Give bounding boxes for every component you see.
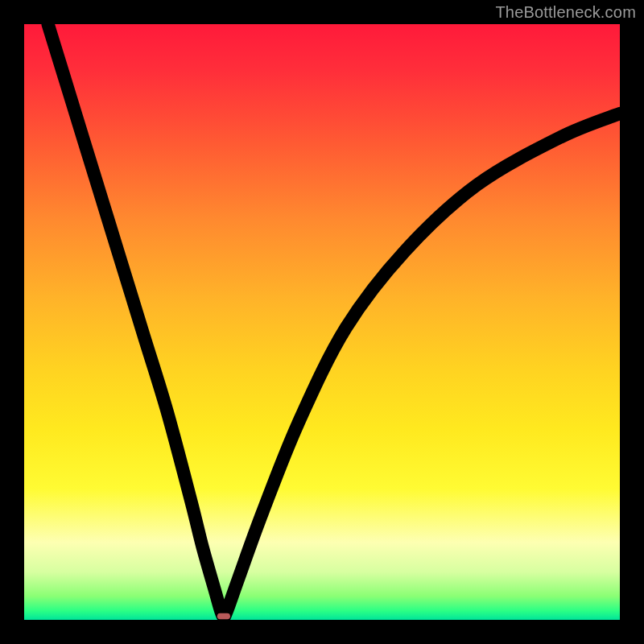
plot-area [24,24,620,620]
watermark-text: TheBottleneck.com [495,3,636,22]
chart-svg [24,24,620,620]
chart-frame: TheBottleneck.com [0,0,644,644]
minimum-marker [217,613,230,619]
bottleneck-curve [48,24,620,617]
